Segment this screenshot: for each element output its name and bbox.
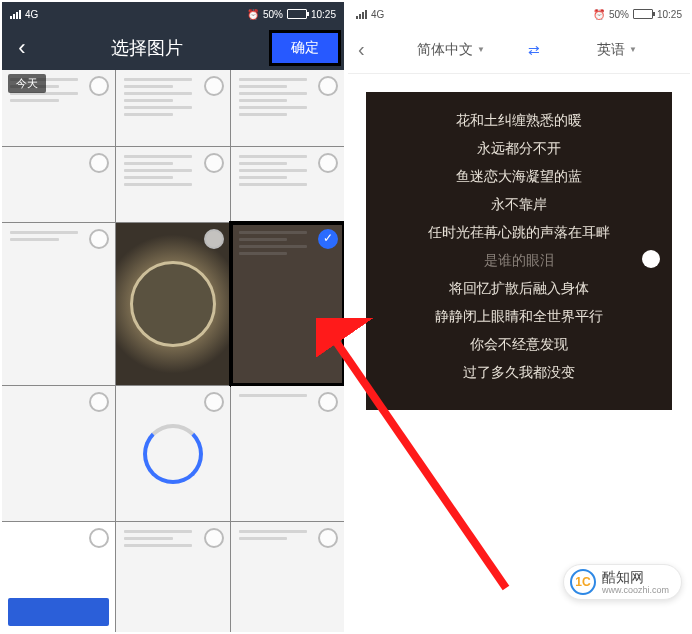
lyric-line: 将回忆扩散后融入身体 bbox=[449, 280, 589, 298]
thumb[interactable] bbox=[2, 223, 115, 385]
confirm-button[interactable]: 确定 bbox=[272, 33, 338, 63]
check-icon[interactable] bbox=[204, 392, 224, 412]
thumb-selected[interactable] bbox=[231, 223, 344, 385]
status-bar: 4G ⏰ 50% 10:25 bbox=[2, 2, 344, 26]
check-icon[interactable] bbox=[204, 76, 224, 96]
lyric-line: 任时光荏苒心跳的声落在耳畔 bbox=[428, 224, 610, 242]
lyric-line: 过了多久我都没变 bbox=[463, 364, 575, 382]
back-button[interactable]: ‹ bbox=[358, 38, 388, 61]
network-label: 4G bbox=[371, 9, 384, 20]
signal-icon bbox=[356, 10, 367, 19]
lyric-line: 永远都分不开 bbox=[477, 140, 561, 158]
date-label: 今天 bbox=[8, 74, 46, 93]
swap-icon[interactable]: ⇄ bbox=[514, 42, 554, 58]
check-icon[interactable] bbox=[318, 76, 338, 96]
check-icon[interactable] bbox=[318, 392, 338, 412]
thumb[interactable] bbox=[2, 147, 115, 223]
check-icon[interactable] bbox=[204, 153, 224, 173]
lyric-line-dim: 是谁的眼泪 bbox=[484, 252, 554, 270]
thumb[interactable] bbox=[116, 522, 229, 632]
lang-from[interactable]: 简体中文▼ bbox=[388, 41, 514, 59]
check-icon[interactable] bbox=[89, 153, 109, 173]
phone-right: 4G ⏰ 50% 10:25 ‹ 简体中文▼ ⇄ 英语▼ 花和土纠缠熟悉的暖 永… bbox=[348, 2, 690, 632]
lyrics-panel: 花和土纠缠熟悉的暖 永远都分不开 鱼迷恋大海凝望的蓝 永不靠岸 任时光荏苒心跳的… bbox=[366, 92, 672, 410]
handle-dot[interactable] bbox=[642, 250, 660, 268]
check-icon[interactable] bbox=[89, 392, 109, 412]
check-icon[interactable] bbox=[89, 528, 109, 548]
signal-icon bbox=[10, 10, 21, 19]
battery-icon bbox=[287, 9, 307, 19]
battery-pct: 50% bbox=[263, 9, 283, 20]
thumb[interactable] bbox=[2, 522, 115, 632]
lyric-line: 永不靠岸 bbox=[491, 196, 547, 214]
status-bar: 4G ⏰ 50% 10:25 bbox=[348, 2, 690, 26]
lyric-line: 花和土纠缠熟悉的暖 bbox=[456, 112, 582, 130]
thumb-portrait[interactable] bbox=[116, 223, 229, 385]
thumb[interactable] bbox=[116, 386, 229, 522]
lyric-line: 你会不经意发现 bbox=[470, 336, 568, 354]
watermark: 1C 酷知网 www.coozhi.com bbox=[563, 564, 682, 600]
network-label: 4G bbox=[25, 9, 38, 20]
lyric-line: 鱼迷恋大海凝望的蓝 bbox=[456, 168, 582, 186]
alarm-icon: ⏰ bbox=[247, 9, 259, 20]
thumb[interactable] bbox=[231, 147, 344, 223]
chevron-down-icon: ▼ bbox=[629, 45, 637, 54]
lang-to[interactable]: 英语▼ bbox=[554, 41, 680, 59]
thumb[interactable] bbox=[231, 522, 344, 632]
watermark-logo: 1C bbox=[570, 569, 596, 595]
translate-header: ‹ 简体中文▼ ⇄ 英语▼ bbox=[348, 26, 690, 74]
thumb[interactable] bbox=[116, 70, 229, 146]
clock: 10:25 bbox=[657, 9, 682, 20]
thumb[interactable] bbox=[2, 386, 115, 522]
battery-pct: 50% bbox=[609, 9, 629, 20]
thumb[interactable] bbox=[116, 147, 229, 223]
phone-left: 4G ⏰ 50% 10:25 ‹ 选择图片 确定 今天 bbox=[2, 2, 344, 632]
picker-header: ‹ 选择图片 确定 bbox=[2, 26, 344, 70]
thumb[interactable] bbox=[231, 70, 344, 146]
watermark-name: 酷知网 bbox=[602, 569, 644, 585]
check-icon[interactable] bbox=[318, 153, 338, 173]
thumb[interactable] bbox=[231, 386, 344, 522]
chevron-down-icon: ▼ bbox=[477, 45, 485, 54]
watermark-url: www.coozhi.com bbox=[602, 585, 669, 595]
battery-icon bbox=[633, 9, 653, 19]
check-icon[interactable] bbox=[204, 229, 224, 249]
lyric-line: 静静闭上眼睛和全世界平行 bbox=[435, 308, 603, 326]
picker-title: 选择图片 bbox=[22, 36, 272, 60]
check-icon[interactable] bbox=[204, 528, 224, 548]
clock: 10:25 bbox=[311, 9, 336, 20]
image-grid bbox=[2, 70, 344, 632]
alarm-icon: ⏰ bbox=[593, 9, 605, 20]
